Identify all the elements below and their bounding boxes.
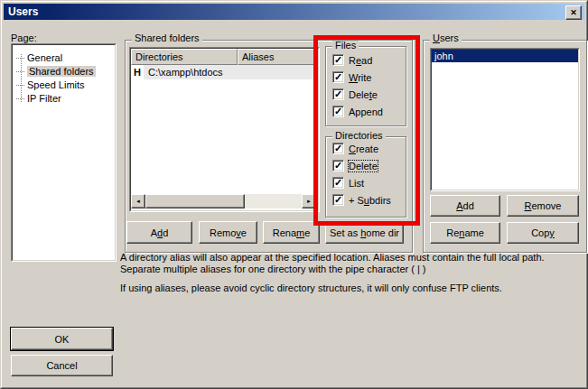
add-user-button[interactable]: Add bbox=[430, 195, 500, 217]
rename-user-button[interactable]: Rename bbox=[430, 222, 500, 244]
cancel-button[interactable]: Cancel bbox=[11, 355, 113, 376]
button-label: Rename bbox=[273, 227, 311, 238]
scroll-right-icon: ► bbox=[306, 199, 312, 204]
checkbox-label-focused: Delete bbox=[349, 161, 378, 171]
check-glyph: ✓ bbox=[334, 178, 342, 188]
tree-item-shared-folders[interactable]: Shared folders bbox=[16, 65, 96, 78]
directory-path: C:\xampp\htdocs bbox=[144, 67, 223, 78]
checkbox-label: Append bbox=[349, 107, 383, 117]
checkbox-label: Delete bbox=[349, 89, 378, 100]
column-header-label: Aliases bbox=[242, 51, 274, 62]
column-header-aliases[interactable]: Aliases bbox=[238, 49, 318, 65]
tree-branch-icon bbox=[16, 71, 24, 72]
tree-item-ip-filter[interactable]: IP Filter bbox=[16, 92, 61, 105]
shared-folders-list: Directories Aliases H C:\xampp\htdocs bbox=[129, 47, 320, 212]
tree-branch-icon bbox=[16, 85, 24, 86]
add-folder-button[interactable]: Add bbox=[126, 221, 192, 244]
checkbox-checked-icon[interactable]: ✓ bbox=[332, 71, 344, 83]
checkbox-checked-icon[interactable]: ✓ bbox=[332, 88, 344, 100]
files-write-checkbox-row[interactable]: ✓ Write bbox=[332, 71, 371, 83]
tree-item-label: IP Filter bbox=[27, 93, 61, 104]
users-listbox: john bbox=[430, 48, 580, 191]
close-button[interactable]: ✕ bbox=[565, 5, 582, 20]
button-label: Copy bbox=[531, 227, 555, 238]
rename-folder-button[interactable]: Rename bbox=[263, 221, 320, 244]
dirs-create-checkbox-row[interactable]: ✓ Create bbox=[332, 143, 378, 154]
button-label: Set as home dir bbox=[330, 227, 399, 238]
files-append-checkbox-row[interactable]: ✓ Append bbox=[332, 106, 383, 117]
page-label: Page: bbox=[11, 32, 37, 43]
files-read-checkbox-row[interactable]: ✓ Read bbox=[332, 54, 372, 66]
dirs-delete-checkbox-row[interactable]: ✓ Delete bbox=[332, 160, 378, 171]
check-glyph: ✓ bbox=[334, 144, 342, 153]
files-delete-checkbox-row[interactable]: ✓ Delete bbox=[332, 88, 378, 100]
checkbox-label: List bbox=[349, 178, 364, 189]
home-dir-marker: H bbox=[131, 65, 144, 79]
scroll-left-button[interactable]: ◄ bbox=[131, 194, 145, 208]
checkbox-label: Write bbox=[349, 72, 371, 83]
column-header-label: Directories bbox=[135, 51, 183, 62]
shared-folders-group-label: Shared folders bbox=[132, 33, 202, 43]
checkbox-label: Read bbox=[349, 55, 372, 66]
remove-folder-button[interactable]: Remove bbox=[199, 221, 257, 244]
check-glyph: ✓ bbox=[334, 89, 342, 99]
users-group-label: Users bbox=[430, 33, 462, 43]
button-label: OK bbox=[55, 334, 70, 345]
scroll-left-icon: ◄ bbox=[135, 199, 141, 204]
scrollbar-track[interactable] bbox=[245, 194, 302, 208]
check-glyph: ✓ bbox=[334, 72, 342, 82]
alias-note-text: A directory alias will also appear at th… bbox=[120, 252, 585, 275]
checkbox-checked-icon[interactable]: ✓ bbox=[332, 54, 344, 66]
check-glyph: ✓ bbox=[334, 161, 342, 171]
title-bar[interactable]: Users ✕ bbox=[4, 4, 584, 20]
directory-row[interactable]: H C:\xampp\htdocs bbox=[131, 65, 318, 79]
tree-branch-icon bbox=[16, 98, 24, 99]
button-label: Add bbox=[456, 200, 474, 211]
dirs-subdirs-checkbox-row[interactable]: ✓ + Subdirs bbox=[332, 194, 391, 206]
tree-item-label: General bbox=[27, 52, 62, 63]
tree-item-speed-limits[interactable]: Speed Limits bbox=[16, 79, 85, 91]
scrollbar-thumb[interactable] bbox=[145, 194, 245, 208]
window-title: Users bbox=[4, 5, 38, 18]
set-as-home-dir-button[interactable]: Set as home dir bbox=[325, 221, 404, 244]
files-group-label: Files bbox=[332, 41, 359, 51]
horizontal-scrollbar[interactable]: ◄ ► bbox=[131, 194, 316, 208]
scroll-right-button[interactable]: ► bbox=[302, 194, 316, 208]
button-label: Add bbox=[151, 227, 169, 238]
dirs-list-checkbox-row[interactable]: ✓ List bbox=[332, 177, 364, 189]
check-glyph: ✓ bbox=[334, 55, 342, 65]
checkbox-checked-icon[interactable]: ✓ bbox=[332, 194, 344, 206]
checkbox-checked-icon[interactable]: ✓ bbox=[332, 106, 344, 117]
check-glyph: ✓ bbox=[334, 195, 342, 205]
tree-item-label: Speed Limits bbox=[27, 79, 85, 90]
close-icon: ✕ bbox=[570, 9, 577, 17]
cyclic-note-text: If using aliases, please avoid cyclic di… bbox=[120, 282, 585, 294]
button-label: Rename bbox=[446, 227, 484, 238]
tree-item-label-selected: Shared folders bbox=[27, 66, 96, 77]
copy-user-button[interactable]: Copy bbox=[507, 222, 579, 244]
page-tree: General Shared folders Speed Limits IP F… bbox=[11, 43, 117, 262]
button-label: Cancel bbox=[46, 360, 77, 371]
button-label: Remove bbox=[210, 227, 247, 238]
tree-item-general[interactable]: General bbox=[16, 51, 62, 64]
column-header-directories[interactable]: Directories bbox=[131, 49, 238, 65]
directories-group-label: Directories bbox=[332, 131, 386, 141]
user-list-item-selected[interactable]: john bbox=[432, 50, 578, 62]
check-glyph: ✓ bbox=[334, 107, 342, 116]
checkbox-checked-icon[interactable]: ✓ bbox=[332, 143, 344, 154]
tree-branch-icon bbox=[16, 58, 24, 59]
remove-user-button[interactable]: Remove bbox=[507, 195, 579, 217]
checkbox-label: Create bbox=[349, 144, 378, 154]
checkbox-label: + Subdirs bbox=[349, 195, 391, 206]
checkbox-checked-icon[interactable]: ✓ bbox=[332, 177, 344, 189]
checkbox-checked-icon[interactable]: ✓ bbox=[332, 160, 344, 171]
button-label: Remove bbox=[525, 200, 562, 211]
ok-button[interactable]: OK bbox=[11, 328, 113, 350]
